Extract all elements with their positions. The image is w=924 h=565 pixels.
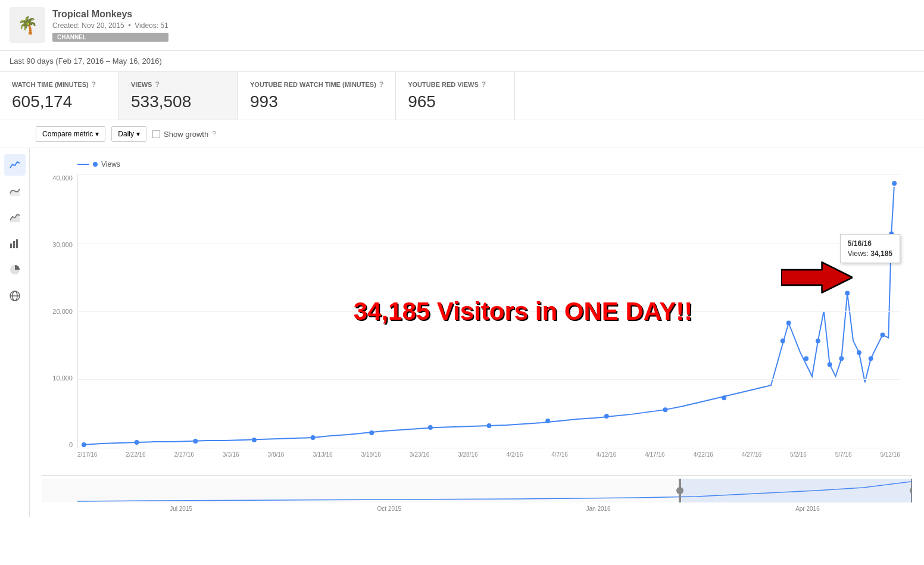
x-label-2: 2/27/16 xyxy=(174,451,194,458)
sidebar xyxy=(0,148,30,517)
svg-point-23 xyxy=(816,338,820,343)
toolbar: Compare metric ▾ Daily ▾ Show growth ? xyxy=(0,120,924,148)
metric-views[interactable]: VIEWS ? 533,508 xyxy=(119,72,238,120)
chart-container: 40,000 30,000 20,000 10,000 0 xyxy=(42,174,912,472)
x-label-14: 4/27/16 xyxy=(742,451,761,458)
svg-rect-36 xyxy=(681,479,912,502)
channel-badge[interactable]: CHANNEL xyxy=(52,33,168,42)
y-label-40k: 40,000 xyxy=(52,174,73,182)
tooltip-date: 5/16/16 xyxy=(848,239,892,248)
metric-yt-red-watch-value: 993 xyxy=(250,92,383,111)
x-label-17: 5/12/16 xyxy=(880,451,900,458)
compare-metric-button[interactable]: Compare metric ▾ xyxy=(36,126,105,142)
header: 🌴 Tropical Monkeys Created: Nov 20, 2015… xyxy=(0,0,924,51)
svg-marker-0 xyxy=(10,214,20,222)
line-chart-icon[interactable] xyxy=(4,154,26,176)
svg-point-31 xyxy=(891,180,897,186)
metric-yt-red-views-value: 965 xyxy=(408,92,502,111)
mini-label-apr: Apr 2016 xyxy=(795,505,820,512)
metric-watch-time[interactable]: WATCH TIME (MINUTES) ? 605,174 xyxy=(0,72,119,120)
svg-rect-3 xyxy=(16,239,18,248)
legend-line xyxy=(77,164,89,165)
grid-line-30k xyxy=(78,243,900,244)
svg-point-14 xyxy=(428,425,433,430)
grid-line-10k xyxy=(78,379,900,380)
yt-red-views-help-icon[interactable]: ? xyxy=(482,80,486,89)
y-label-0: 0 xyxy=(69,441,73,448)
x-label-7: 3/23/16 xyxy=(410,451,429,458)
metric-yt-red-views[interactable]: YOUTUBE RED VIEWS ? 965 xyxy=(396,72,515,120)
svg-point-8 xyxy=(82,442,86,447)
channel-name: Tropical Monkeys xyxy=(52,9,168,20)
globe-icon[interactable] xyxy=(4,285,26,307)
metric-yt-red-watch-label: YOUTUBE RED WATCH TIME (MINUTES) ? xyxy=(250,80,383,89)
daily-button[interactable]: Daily ▾ xyxy=(111,126,146,142)
metric-yt-red-watch[interactable]: YOUTUBE RED WATCH TIME (MINUTES) ? 993 xyxy=(238,72,396,120)
mini-chart: Jul 2015 Oct 2015 Jan 2016 Apr 2016 xyxy=(42,475,912,511)
svg-point-25 xyxy=(839,356,844,361)
yt-red-watch-help-icon[interactable]: ? xyxy=(379,80,383,89)
x-label-5: 3/13/16 xyxy=(313,451,332,458)
area-chart-icon[interactable] xyxy=(4,207,26,228)
svg-point-21 xyxy=(786,320,791,325)
x-axis: 2/17/16 2/22/16 2/27/16 3/3/16 3/8/16 3/… xyxy=(77,448,900,472)
svg-point-29 xyxy=(880,332,885,337)
chevron-down-icon-2: ▾ xyxy=(136,130,140,138)
grid-line-40k xyxy=(78,174,900,175)
x-label-11: 4/12/16 xyxy=(597,451,616,458)
x-label-6: 3/18/16 xyxy=(361,451,381,458)
x-label-9: 4/2/16 xyxy=(506,451,523,458)
watch-time-help-icon[interactable]: ? xyxy=(92,80,96,89)
main-content: Views 40,000 30,000 20,000 10,000 0 xyxy=(0,148,924,517)
x-label-4: 3/8/16 xyxy=(268,451,285,458)
metric-views-label: VIEWS ? xyxy=(131,80,226,89)
x-label-0: 2/17/16 xyxy=(77,451,97,458)
x-label-3: 3/3/16 xyxy=(223,451,239,458)
show-growth-checkbox[interactable] xyxy=(152,130,160,138)
mini-label-jan: Jan 2016 xyxy=(586,505,611,512)
mini-label-oct: Oct 2015 xyxy=(377,505,401,512)
views-help-icon[interactable]: ? xyxy=(155,80,159,89)
mini-x-labels: Jul 2015 Oct 2015 Jan 2016 Apr 2016 xyxy=(42,504,912,512)
svg-point-17 xyxy=(604,414,609,419)
chart-tooltip: 5/16/16 Views: 34,185 xyxy=(840,234,900,263)
x-label-13: 4/22/16 xyxy=(693,451,713,458)
svg-point-12 xyxy=(311,435,316,440)
y-label-20k: 20,000 xyxy=(52,308,73,315)
svg-point-9 xyxy=(135,440,139,445)
show-growth-help-icon[interactable]: ? xyxy=(212,130,216,138)
svg-point-22 xyxy=(804,356,808,361)
wave-chart-icon[interactable] xyxy=(4,180,26,202)
svg-point-27 xyxy=(857,350,861,355)
legend-dot xyxy=(93,162,98,167)
pie-chart-icon[interactable] xyxy=(4,259,26,280)
chart-area: Views 40,000 30,000 20,000 10,000 0 xyxy=(30,148,924,517)
x-label-1: 2/22/16 xyxy=(126,451,145,458)
svg-point-28 xyxy=(869,356,873,361)
svg-point-24 xyxy=(828,362,832,367)
svg-point-13 xyxy=(369,430,374,435)
x-label-8: 3/28/16 xyxy=(458,451,477,458)
svg-point-18 xyxy=(663,407,667,412)
y-axis: 40,000 30,000 20,000 10,000 0 xyxy=(42,174,77,448)
channel-avatar: 🌴 xyxy=(10,7,45,43)
metric-watch-time-value: 605,174 xyxy=(12,92,107,111)
tooltip-views: Views: 34,185 xyxy=(848,249,892,258)
legend-label: Views xyxy=(101,160,120,168)
x-label-15: 5/2/16 xyxy=(790,451,807,458)
channel-info: Tropical Monkeys Created: Nov 20, 2015 •… xyxy=(52,9,168,42)
bar-chart-icon[interactable] xyxy=(4,233,26,254)
svg-point-10 xyxy=(193,439,198,444)
chevron-down-icon: ▾ xyxy=(95,130,99,138)
svg-point-15 xyxy=(487,423,492,428)
svg-point-11 xyxy=(252,438,257,442)
svg-point-20 xyxy=(781,338,785,343)
metric-watch-time-label: WATCH TIME (MINUTES) ? xyxy=(12,80,107,89)
show-growth-label[interactable]: Show growth ? xyxy=(152,130,216,139)
y-label-30k: 30,000 xyxy=(52,241,73,248)
date-range: Last 90 days (Feb 17, 2016 – May 16, 201… xyxy=(0,51,924,72)
chart-plot: 34,185 Visitors in ONE DAY!! xyxy=(77,174,900,448)
metric-yt-red-views-label: YOUTUBE RED VIEWS ? xyxy=(408,80,502,89)
svg-point-37 xyxy=(676,487,683,494)
mini-label-jul: Jul 2015 xyxy=(170,505,192,512)
